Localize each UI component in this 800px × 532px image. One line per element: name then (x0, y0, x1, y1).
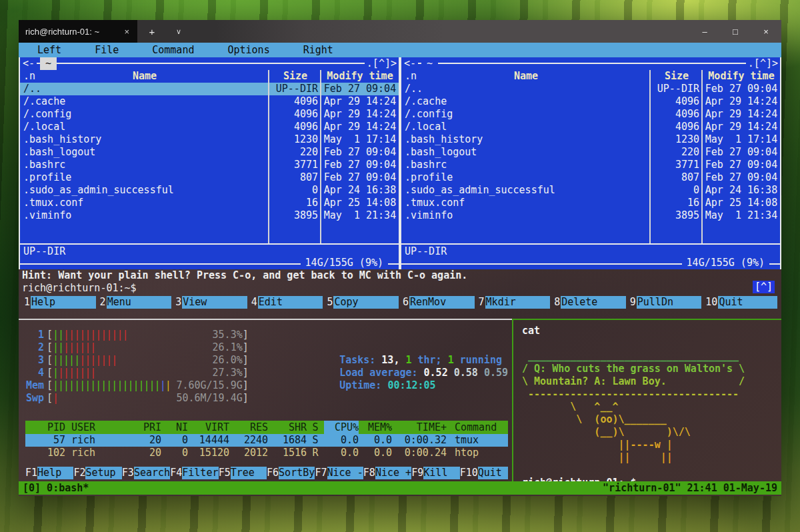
maximize-button[interactable]: □ (720, 20, 751, 43)
column-header-modify-time[interactable]: Modify time (703, 70, 780, 83)
file-row[interactable]: .bashrc 3771 Feb 27 09:04 (401, 159, 780, 171)
header-time[interactable]: TIME+ (392, 421, 447, 434)
meter-value: 26.1% (213, 341, 243, 354)
file-modify-time: Apr 24 16:38 (321, 184, 399, 197)
file-row[interactable]: .sudo_as_admin_successful 0 Apr 24 16:38 (401, 184, 780, 197)
file-row[interactable]: .bashrc 3771 Feb 27 09:04 (20, 159, 399, 171)
header-user[interactable]: USER (65, 421, 129, 434)
file-row[interactable]: /.. UP--DIR Feb 27 09:04 (20, 83, 399, 95)
file-row[interactable]: /.cache 4096 Apr 29 14:24 (401, 95, 780, 108)
header-pri[interactable]: PRI (129, 421, 161, 434)
mc-shell-prompt[interactable]: rich@richturn-01:~$ [^] (19, 282, 781, 295)
mc-function-key[interactable]: 4 Edit (251, 296, 323, 309)
panel-path[interactable]: ~ (421, 57, 438, 70)
process-row[interactable]: 57 rich 20 0 14444 2240 1684 S 0.0 0.0 0 (25, 434, 508, 447)
header-shr[interactable]: SHR (268, 421, 307, 434)
mc-function-key[interactable]: 2 Menu (100, 296, 172, 309)
file-row[interactable]: .tmux.conf 16 Apr 25 14:08 (401, 197, 780, 209)
header-res[interactable]: RES (229, 421, 268, 434)
tmux-session-window[interactable]: [0] 0:bash* (23, 482, 89, 495)
mc-function-key[interactable]: 5 Copy (327, 296, 399, 309)
mc-function-key[interactable]: 3 View (175, 296, 247, 309)
column-header-size[interactable]: Size (269, 70, 321, 83)
mc-menu-item[interactable]: Command (152, 44, 194, 57)
process-row[interactable]: 102 rich 20 0 15120 2012 1516 R 0.0 0.0 (25, 447, 508, 459)
mc-panels: <- ~ .[^]> .nName Size Modify time (19, 57, 781, 269)
header-virt[interactable]: VIRT (188, 421, 229, 434)
mc-menu-item[interactable]: Right (303, 44, 333, 57)
mc-menu-item[interactable]: File (95, 44, 119, 57)
panel-path[interactable]: ~ (40, 57, 57, 70)
htop-function-key[interactable]: F10 Quit (460, 467, 508, 479)
file-row[interactable]: .bash_history 1230 May 1 17:14 (20, 133, 399, 146)
file-size: 4096 (651, 121, 703, 133)
file-row[interactable]: .viminfo 3895 May 1 21:34 (401, 209, 780, 222)
new-tab-button[interactable]: + (137, 20, 167, 43)
file-row[interactable]: /.. UP--DIR Feb 27 09:04 (401, 83, 780, 95)
htop-function-key[interactable]: F8 Nice + (363, 467, 411, 479)
column-header-size[interactable]: Size (651, 70, 703, 83)
text-segment: 13, (381, 354, 405, 366)
mc-function-key[interactable]: 8 Delete (554, 296, 626, 309)
column-header-modify-time[interactable]: Modify time (321, 70, 399, 83)
htop-function-key[interactable]: F3 Search (122, 467, 170, 479)
file-row[interactable]: .viminfo 3895 May 1 21:34 (20, 209, 399, 222)
meter-bracket-close: ] (243, 367, 249, 379)
htop-function-key[interactable]: F7 Nice - (315, 467, 363, 479)
titlebar-drag-area[interactable] (191, 20, 689, 43)
mc-panel-right: <- ~ .[^]> .nName Size Modify time (400, 57, 781, 269)
file-row[interactable]: /.config 4096 Apr 29 14:24 (401, 108, 780, 121)
mc-menu-item[interactable]: Options (227, 44, 269, 57)
mc-function-key[interactable]: 1 Help (24, 296, 96, 309)
process-table-header[interactable]: PID USER PRI NI VIRT RES SHR S CPU% MEM%… (25, 421, 508, 434)
cowsay-art-line: \ ^__^ (522, 401, 781, 413)
file-row[interactable]: .profile 807 Feb 27 09:04 (20, 171, 399, 184)
panel-back-arrow[interactable]: <- (20, 57, 37, 70)
mc-menu-item[interactable]: Left (37, 44, 61, 57)
mc-function-key[interactable]: 7 Mkdir (479, 296, 551, 309)
minimize-button[interactable]: – (689, 20, 720, 43)
htop-function-key[interactable]: F9 Kill (411, 467, 459, 479)
header-s[interactable]: S (307, 421, 324, 434)
cell-mem: 0.0 (359, 447, 392, 459)
bash-pane[interactable]: cat ___________________________________/… (513, 320, 781, 481)
htop-function-key[interactable]: F5 Tree (219, 467, 267, 479)
panel-up-button[interactable]: [^] (753, 281, 775, 293)
header-mem[interactable]: MEM% (359, 421, 392, 434)
window-titlebar[interactable]: rich@richturn-01: ~ × + ∨ – □ × (19, 20, 781, 43)
htop-function-key[interactable]: F6 SortBy (267, 467, 315, 479)
mc-function-key[interactable]: 9 PullDn (630, 296, 702, 309)
file-row[interactable]: .profile 807 Feb 27 09:04 (401, 171, 780, 184)
terminal-tab[interactable]: rich@richturn-01: ~ × (19, 20, 137, 43)
mc-function-key[interactable]: 10 Quit (705, 296, 777, 309)
file-row[interactable]: /.config 4096 Apr 29 14:24 (20, 108, 399, 121)
file-row[interactable]: /.cache 4096 Apr 29 14:24 (20, 95, 399, 108)
header-pid[interactable]: PID (25, 421, 65, 434)
column-header-name[interactable]: .nName (20, 70, 269, 83)
htop-function-key[interactable]: F4 Filter (170, 467, 218, 479)
prompt-text: rich@richturn-01:~$ (22, 282, 137, 294)
mc-function-key[interactable]: 6 RenMov (403, 296, 475, 309)
cowsay-art-line: / Q: Who cuts the grass on Walton's \ (522, 363, 781, 375)
file-row[interactable]: .bash_logout 220 Feb 27 09:04 (20, 146, 399, 159)
file-row[interactable]: .bash_logout 220 Feb 27 09:04 (401, 146, 780, 159)
file-row[interactable]: /.local 4096 Apr 29 14:24 (20, 121, 399, 133)
htop-function-key[interactable]: F1 Help (25, 467, 73, 479)
header-ni[interactable]: NI (161, 421, 188, 434)
tab-close-icon[interactable]: × (123, 27, 131, 37)
panel-title-buttons[interactable]: .[^]> (746, 57, 780, 70)
panel-title-buttons[interactable]: .[^]> (365, 57, 399, 70)
close-button[interactable]: × (751, 20, 781, 43)
file-row[interactable]: .bash_history 1230 May 1 17:14 (401, 133, 780, 146)
panel-back-arrow[interactable]: <- (401, 57, 418, 70)
file-row[interactable]: .tmux.conf 16 Apr 25 14:08 (20, 197, 399, 209)
htop-function-key[interactable]: F2 Setup (73, 467, 121, 479)
chevron-down-icon[interactable]: ∨ (167, 20, 191, 43)
column-header-name[interactable]: .nName (401, 70, 651, 83)
fkey-number: 3 (175, 296, 182, 309)
file-row[interactable]: /.local 4096 Apr 29 14:24 (401, 121, 780, 133)
cell-command: tmux (447, 434, 508, 447)
header-cpu-sort-active[interactable]: CPU% (324, 421, 359, 434)
file-row[interactable]: .sudo_as_admin_successful 0 Apr 24 16:38 (20, 184, 399, 197)
header-command[interactable]: Command (447, 421, 508, 434)
